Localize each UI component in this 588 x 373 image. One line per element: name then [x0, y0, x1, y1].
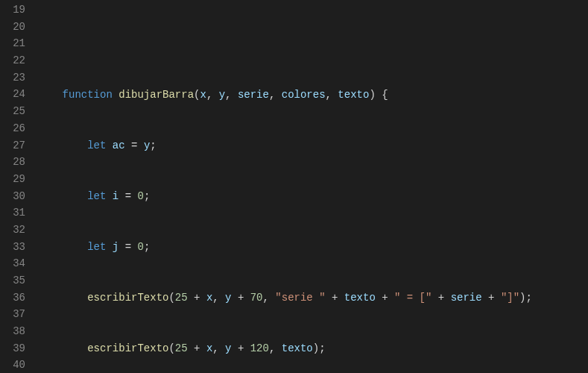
line-number-gutter: 1920212223242526272829303132333435363738… [0, 0, 37, 373]
code-line[interactable]: let j = 0; [37, 239, 588, 256]
function-call: escribirTexto [87, 292, 168, 304]
keyword-let: let [87, 241, 106, 253]
string-literal: "serie " [275, 292, 325, 304]
code-area[interactable]: function dibujarBarra(x, y, serie, color… [37, 0, 588, 373]
line-number: 19 [0, 1, 37, 19]
number-literal: 120 [250, 342, 269, 354]
line-number: 39 [0, 340, 37, 357]
string-literal: " = [" [394, 292, 431, 304]
code-line[interactable]: let i = 0; [37, 188, 588, 205]
code-line[interactable]: function dibujarBarra(x, y, serie, color… [37, 87, 588, 104]
code-editor[interactable]: 1920212223242526272829303132333435363738… [0, 0, 588, 373]
param: y [219, 89, 225, 101]
keyword-let: let [87, 190, 106, 202]
variable: j [113, 241, 118, 253]
variable: texto [344, 292, 376, 304]
param: x [200, 89, 206, 101]
line-number: 38 [0, 323, 37, 340]
param: serie [238, 89, 269, 101]
line-number: 40 [0, 357, 37, 373]
code-line[interactable]: let ac = y; [37, 137, 588, 154]
line-number: 26 [0, 120, 37, 137]
line-number: 36 [0, 289, 37, 307]
function-call: escribirTexto [87, 342, 168, 354]
variable: y [225, 342, 231, 354]
keyword-let: let [87, 140, 106, 151]
variable: serie [451, 292, 482, 304]
string-literal: "]" [501, 292, 519, 304]
line-number: 20 [0, 19, 37, 36]
line-number: 35 [0, 272, 37, 289]
code-line[interactable]: escribirTexto(25 + x, y + 120, texto); [37, 340, 588, 357]
line-number: 32 [0, 222, 37, 239]
function-name: dibujarBarra [118, 89, 194, 101]
number-literal: 70 [250, 292, 263, 304]
line-number: 37 [0, 306, 37, 323]
code-line[interactable] [37, 35, 588, 52]
number-literal: 0 [137, 241, 143, 253]
variable: ac [113, 140, 125, 151]
keyword-function: function [63, 89, 113, 101]
param: colores [282, 89, 326, 101]
line-number: 22 [0, 52, 37, 69]
line-number: 31 [0, 204, 37, 222]
line-number: 21 [0, 35, 37, 52]
line-number: 30 [0, 188, 37, 205]
line-number: 33 [0, 239, 37, 256]
number-literal: 0 [137, 190, 143, 202]
line-number: 27 [0, 137, 37, 154]
line-number: 29 [0, 171, 37, 188]
variable: y [225, 292, 231, 304]
number-literal: 25 [175, 292, 188, 304]
line-number: 24 [0, 86, 37, 103]
number-literal: 25 [175, 342, 188, 354]
variable: texto [282, 342, 313, 354]
line-number: 28 [0, 154, 37, 171]
line-number: 34 [0, 255, 37, 272]
variable: i [113, 190, 118, 202]
line-number: 25 [0, 103, 37, 120]
line-number: 23 [0, 69, 37, 87]
code-line[interactable]: escribirTexto(25 + x, y + 70, "serie " +… [37, 289, 588, 307]
param: texto [338, 89, 369, 101]
